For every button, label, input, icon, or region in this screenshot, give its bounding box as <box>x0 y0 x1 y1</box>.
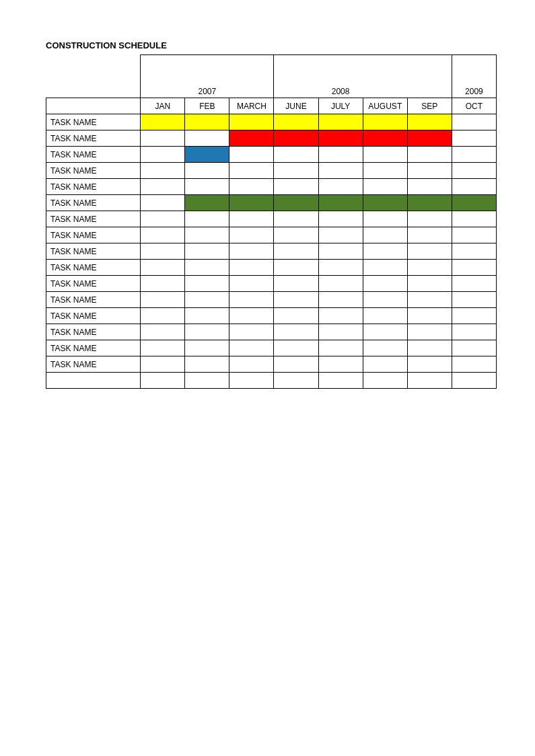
gantt-cell <box>141 211 185 227</box>
gantt-cell <box>452 276 496 292</box>
task-name-cell: TASK NAME <box>46 211 141 227</box>
gantt-cell <box>185 324 229 340</box>
gantt-cell <box>185 308 229 324</box>
gantt-cell <box>363 114 407 130</box>
gantt-cell <box>318 147 363 163</box>
gantt-cell <box>141 324 185 340</box>
gantt-cell <box>274 211 318 227</box>
task-name-cell: TASK NAME <box>46 130 141 147</box>
gantt-cell <box>407 163 452 179</box>
gantt-cell <box>229 195 274 211</box>
gantt-cell <box>141 373 185 389</box>
gantt-cell <box>363 340 407 356</box>
gantt-cell <box>363 179 407 195</box>
gantt-cell <box>274 276 318 292</box>
table-row: TASK NAME <box>46 243 497 260</box>
gantt-cell <box>141 227 185 243</box>
gantt-cell <box>452 356 496 373</box>
gantt-cell <box>363 227 407 243</box>
gantt-cell <box>229 292 274 308</box>
gantt-cell <box>185 276 229 292</box>
table-row: TASK NAME <box>46 292 497 308</box>
gantt-cell <box>141 147 185 163</box>
gantt-cell <box>363 147 407 163</box>
gantt-cell <box>274 179 318 195</box>
gantt-cell <box>274 227 318 243</box>
gantt-cell <box>274 163 318 179</box>
month-label: MARCH <box>229 98 274 114</box>
gantt-cell <box>363 373 407 389</box>
gantt-cell <box>318 195 363 211</box>
table-row: TASK NAME <box>46 163 497 179</box>
table-row <box>46 373 497 389</box>
table-row: TASK NAME <box>46 227 497 243</box>
gantt-cell <box>318 163 363 179</box>
gantt-cell <box>407 147 452 163</box>
gantt-cell <box>363 195 407 211</box>
task-name-cell: TASK NAME <box>46 324 141 340</box>
gantt-cell <box>141 195 185 211</box>
gantt-cell <box>407 195 452 211</box>
gantt-cell <box>318 227 363 243</box>
year-cell-blank <box>141 55 185 98</box>
gantt-cell <box>363 260 407 276</box>
gantt-cell <box>229 163 274 179</box>
task-name-cell: TASK NAME <box>46 260 141 276</box>
gantt-cell <box>274 308 318 324</box>
gantt-cell <box>452 114 496 130</box>
table-row: TASK NAME <box>46 324 497 340</box>
table-row: TASK NAME <box>46 179 497 195</box>
gantt-cell <box>141 179 185 195</box>
gantt-cell <box>229 373 274 389</box>
table-row: TASK NAME <box>46 211 497 227</box>
table-row: TASK NAME <box>46 195 497 211</box>
month-label: AUGUST <box>363 98 407 114</box>
gantt-cell <box>185 114 229 130</box>
gantt-cell <box>274 356 318 373</box>
month-label: OCT <box>452 98 496 114</box>
gantt-cell <box>318 308 363 324</box>
gantt-cell <box>229 243 274 260</box>
gantt-cell <box>185 227 229 243</box>
month-label: JULY <box>318 98 363 114</box>
gantt-cell <box>318 114 363 130</box>
year-label: 2008 <box>318 55 363 98</box>
gantt-cell <box>185 243 229 260</box>
gantt-cell <box>185 130 229 147</box>
task-name-cell: TASK NAME <box>46 243 141 260</box>
gantt-cell <box>363 130 407 147</box>
gantt-cell <box>407 211 452 227</box>
gantt-cell <box>407 292 452 308</box>
gantt-cell <box>452 373 496 389</box>
gantt-cell <box>318 276 363 292</box>
gantt-cell <box>274 147 318 163</box>
gantt-cell <box>141 163 185 179</box>
table-row: TASK NAME <box>46 147 497 163</box>
gantt-cell <box>318 260 363 276</box>
gantt-cell <box>274 292 318 308</box>
gantt-cell <box>141 130 185 147</box>
gantt-cell <box>407 356 452 373</box>
gantt-cell <box>229 356 274 373</box>
gantt-cell <box>407 227 452 243</box>
gantt-cell <box>452 130 496 147</box>
table-row: TASK NAME <box>46 114 497 130</box>
gantt-cell <box>407 373 452 389</box>
gantt-cell <box>318 356 363 373</box>
gantt-cell <box>363 243 407 260</box>
gantt-cell <box>141 260 185 276</box>
table-row: TASK NAME <box>46 356 497 373</box>
task-name-cell: TASK NAME <box>46 163 141 179</box>
year-cell-blank <box>407 55 452 98</box>
year-cell-blank <box>363 55 407 98</box>
gantt-cell <box>452 211 496 227</box>
gantt-cell <box>452 340 496 356</box>
gantt-cell <box>141 356 185 373</box>
gantt-cell <box>229 211 274 227</box>
gantt-cell <box>185 292 229 308</box>
task-name-cell: TASK NAME <box>46 276 141 292</box>
month-header-blank <box>46 98 141 114</box>
task-name-cell: TASK NAME <box>46 114 141 130</box>
gantt-cell <box>318 130 363 147</box>
gantt-cell <box>229 276 274 292</box>
